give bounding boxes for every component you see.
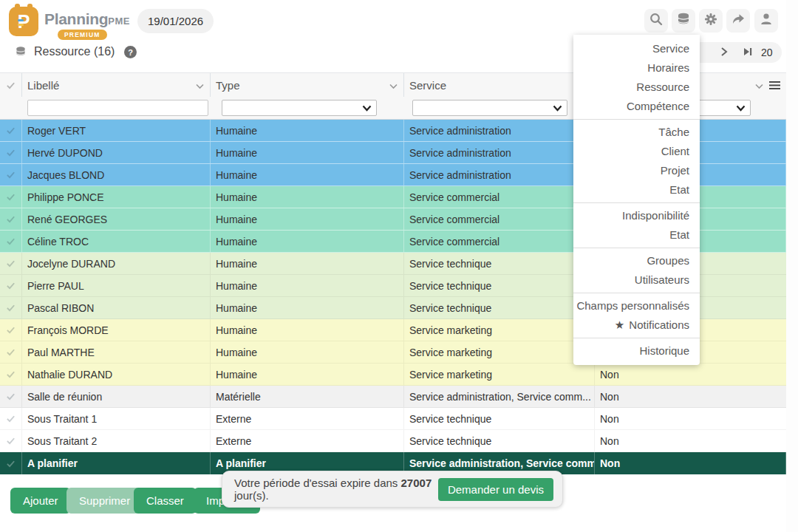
app-logo-icon: P: [9, 7, 38, 36]
cell-libelle: Sous Traitant 1: [22, 408, 211, 429]
column-header-service[interactable]: Service: [404, 73, 595, 97]
menu-item-service[interactable]: Service: [573, 39, 700, 58]
row-select-cell[interactable]: [0, 142, 22, 163]
filter-type-select[interactable]: [222, 100, 377, 116]
row-check-icon: [6, 192, 16, 202]
last-page-button[interactable]: [743, 47, 753, 60]
chevron-down-icon: [736, 101, 746, 115]
menu-item-groupes[interactable]: Groupes: [573, 251, 700, 270]
user-icon: [759, 12, 774, 30]
row-select-cell[interactable]: [0, 364, 22, 385]
row-select-cell[interactable]: [0, 275, 22, 296]
logo-letter: P: [18, 13, 30, 31]
row-select-cell[interactable]: [0, 253, 22, 274]
logo-blue-dash: [18, 19, 24, 21]
menu-item-client[interactable]: Client: [573, 142, 700, 161]
cell-libelle: A planifier: [22, 452, 211, 474]
cell-service: Service marketing: [404, 319, 595, 341]
trial-days-value: 27007: [401, 477, 432, 489]
row-select-cell[interactable]: [0, 452, 22, 474]
chevron-down-icon[interactable]: [196, 79, 204, 92]
row-select-cell[interactable]: [0, 408, 22, 429]
row-select-cell[interactable]: [0, 120, 22, 141]
column-header-type[interactable]: Type: [211, 73, 404, 97]
table-row[interactable]: Nathalie DURANDHumaineService marketingN…: [0, 364, 786, 386]
classer-button[interactable]: Classer: [134, 488, 197, 514]
page-size-value[interactable]: 20: [761, 47, 773, 58]
menu-item-champs-personnalis-s[interactable]: Champs personnalisés: [573, 296, 700, 316]
menu-item-notifications[interactable]: ★Notifications: [573, 316, 700, 335]
menu-item-projet[interactable]: Projet: [573, 161, 700, 180]
menu-item-indisponibilit-[interactable]: Indisponibilité: [573, 206, 700, 225]
request-quote-button[interactable]: Demander un devis: [438, 478, 553, 501]
row-select-cell[interactable]: [0, 231, 22, 252]
supprimer-button[interactable]: Supprimer: [66, 488, 143, 514]
database-icon: [676, 12, 691, 30]
filter-libelle-input[interactable]: [27, 100, 208, 116]
cell-type: Humaine: [211, 208, 404, 230]
user-button[interactable]: [754, 9, 778, 33]
cell-service: Service administration: [404, 142, 595, 163]
search-icon: [649, 12, 664, 30]
cell-libelle: Philippe PONCE: [22, 186, 211, 208]
date-picker-button[interactable]: 19/01/2026: [137, 9, 214, 33]
gear-icon: [703, 12, 718, 30]
cell-libelle: Salle de réunion: [22, 386, 211, 407]
row-select-cell[interactable]: [0, 341, 22, 363]
chevron-down-icon[interactable]: [389, 79, 398, 92]
cell-type: Humaine: [211, 341, 404, 363]
help-button[interactable]: ?: [124, 46, 137, 58]
menu-item-ressource[interactable]: Ressource: [573, 78, 700, 97]
cell-libelle: Sous Traitant 2: [22, 430, 211, 451]
trial-toast: Votre période d'essai expire dans 27007 …: [222, 471, 563, 508]
chevron-down-icon[interactable]: [755, 79, 763, 92]
menu-item-utilisateurs[interactable]: Utilisateurs: [573, 270, 700, 290]
data-menu-button[interactable]: [672, 9, 695, 33]
cell-libelle: Pascal RIBON: [22, 297, 211, 318]
cell-type: Externe: [211, 408, 404, 429]
ajouter-button[interactable]: Ajouter: [10, 488, 71, 514]
cell-libelle: Céline TROC: [22, 231, 211, 252]
scrollbar-track[interactable]: [786, 0, 798, 532]
settings-button[interactable]: [699, 9, 723, 33]
app-logo[interactable]: P PlanningPME PREMIUM: [9, 4, 130, 36]
menu-item-historique[interactable]: Historique: [573, 341, 700, 361]
row-select-cell[interactable]: [0, 386, 22, 407]
menu-item-etat[interactable]: Etat: [573, 225, 700, 245]
cell-type: Humaine: [211, 253, 404, 274]
filter-service-select[interactable]: [412, 100, 567, 116]
menu-item-t-che[interactable]: Tâche: [573, 123, 700, 142]
menu-item-comp-tence[interactable]: Compétence: [573, 97, 700, 116]
menu-item-etat[interactable]: Etat: [573, 180, 700, 200]
page-title: Ressource (16): [34, 45, 115, 58]
column-menu-icon[interactable]: [769, 79, 780, 92]
cell-type: Externe: [211, 430, 404, 451]
menu-item-horaires[interactable]: Horaires: [573, 58, 700, 78]
row-select-cell[interactable]: [0, 186, 22, 208]
table-row[interactable]: Sous Traitant 1ExterneService techniqueN…: [0, 408, 786, 430]
search-button[interactable]: [644, 9, 668, 33]
row-check-icon: [6, 303, 16, 313]
cell-libelle: Nathalie DURAND: [22, 364, 211, 385]
table-row[interactable]: Sous Traitant 2ExterneService techniqueN…: [0, 430, 786, 452]
select-all-header[interactable]: [0, 73, 22, 97]
chevron-down-icon: [553, 101, 562, 115]
column-header-libelle[interactable]: Libellé: [22, 73, 211, 97]
table-row[interactable]: Salle de réunionMatérielleService admini…: [0, 386, 786, 408]
cell-type: Humaine: [211, 231, 404, 252]
cell-libelle: Jacques BLOND: [22, 164, 211, 185]
share-button[interactable]: [726, 9, 750, 33]
row-select-cell[interactable]: [0, 208, 22, 230]
menu-divider: [573, 202, 700, 203]
menu-divider: [573, 248, 700, 248]
cell-service: Service technique: [404, 408, 595, 429]
row-select-cell[interactable]: [0, 319, 22, 341]
row-check-icon: [6, 369, 16, 379]
row-select-cell[interactable]: [0, 164, 22, 185]
next-page-button[interactable]: [720, 47, 729, 60]
star-icon: ★: [615, 318, 624, 331]
cell-service: Service technique: [404, 275, 595, 296]
row-select-cell[interactable]: [0, 297, 22, 318]
cell-extra: Non: [595, 430, 786, 451]
row-select-cell[interactable]: [0, 430, 22, 451]
